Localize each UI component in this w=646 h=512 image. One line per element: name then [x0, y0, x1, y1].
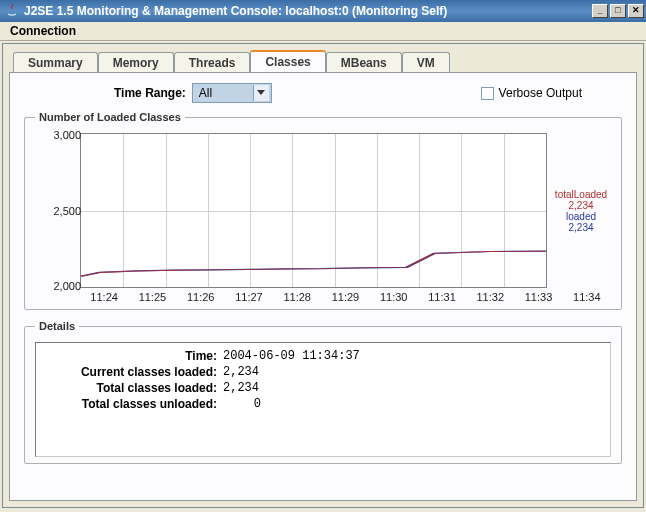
detail-label: Total classes unloaded:: [46, 397, 221, 411]
details-body: Time: 2004-06-09 11:34:37 Current classe…: [35, 342, 611, 457]
tab-mbeans[interactable]: MBeans: [326, 52, 402, 73]
detail-row-unloaded: Total classes unloaded: 0: [46, 397, 600, 411]
java-icon: [4, 3, 20, 19]
time-range-label: Time Range:: [114, 86, 186, 100]
chart-group: Number of Loaded Classes 3,000 2,500 2,0…: [24, 111, 622, 310]
classes-chart: 3,000 2,500 2,000: [80, 133, 547, 288]
detail-label: Time:: [46, 349, 221, 363]
detail-row-current: Current classes loaded: 2,234: [46, 365, 600, 379]
controls-row: Time Range: All Verbose Output: [24, 83, 622, 103]
tab-summary[interactable]: Summary: [13, 52, 98, 73]
verbose-output-label: Verbose Output: [499, 86, 582, 100]
chart-wrap: 3,000 2,500 2,000: [35, 133, 611, 288]
tab-vm[interactable]: VM: [402, 52, 450, 73]
verbose-output-toggle[interactable]: Verbose Output: [481, 86, 582, 100]
y-tick: 3,000: [36, 129, 81, 141]
chart-legend: totalLoaded 2,234 loaded 2,234: [547, 133, 611, 288]
tab-memory[interactable]: Memory: [98, 52, 174, 73]
x-axis: 11:24 11:25 11:26 11:27 11:28 11:29 11:3…: [80, 291, 611, 303]
detail-value: 2,234: [221, 381, 259, 395]
window-title: J2SE 1.5 Monitoring & Management Console…: [24, 4, 592, 18]
detail-label: Total classes loaded:: [46, 381, 221, 395]
checkbox-icon: [481, 87, 494, 100]
menu-connection[interactable]: Connection: [4, 22, 82, 40]
details-group: Details Time: 2004-06-09 11:34:37 Curren…: [24, 320, 622, 464]
content-frame: Summary Memory Threads Classes MBeans VM…: [2, 43, 644, 508]
title-bar: J2SE 1.5 Monitoring & Management Console…: [0, 0, 646, 22]
close-button[interactable]: ✕: [628, 4, 644, 18]
detail-label: Current classes loaded:: [46, 365, 221, 379]
detail-value: 2004-06-09 11:34:37: [221, 349, 360, 363]
menu-bar: Connection: [0, 22, 646, 41]
legend-loaded: loaded 2,234: [551, 211, 611, 233]
tab-classes[interactable]: Classes: [250, 50, 325, 72]
chart-plot: [81, 134, 546, 287]
time-range-value: All: [199, 86, 212, 100]
tab-panel-classes: Time Range: All Verbose Output Number of…: [9, 72, 637, 501]
details-title: Details: [35, 320, 79, 332]
chevron-down-icon: [253, 85, 269, 101]
y-axis: 3,000 2,500 2,000: [36, 129, 81, 292]
time-range-select[interactable]: All: [192, 83, 272, 103]
legend-total-loaded: totalLoaded 2,234: [551, 189, 611, 211]
y-tick: 2,000: [36, 280, 81, 292]
detail-row-total: Total classes loaded: 2,234: [46, 381, 600, 395]
maximize-button[interactable]: □: [610, 4, 626, 18]
tab-strip: Summary Memory Threads Classes MBeans VM: [13, 48, 637, 72]
detail-row-time: Time: 2004-06-09 11:34:37: [46, 349, 600, 363]
detail-value: 2,234: [221, 365, 259, 379]
chart-title: Number of Loaded Classes: [35, 111, 185, 123]
window-controls: _ □ ✕: [592, 4, 644, 18]
minimize-button[interactable]: _: [592, 4, 608, 18]
detail-value: 0: [221, 397, 261, 411]
tab-threads[interactable]: Threads: [174, 52, 251, 73]
y-tick: 2,500: [36, 205, 81, 217]
